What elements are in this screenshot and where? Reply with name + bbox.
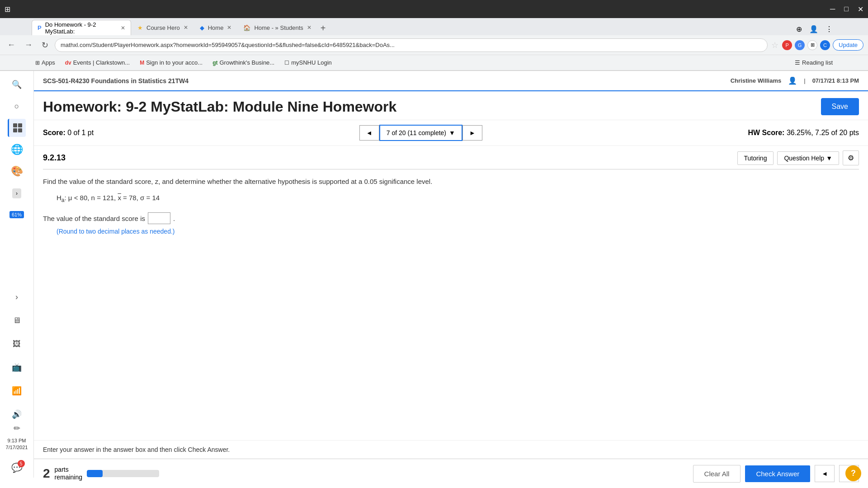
tab-close-1[interactable]: ✕ <box>121 25 125 31</box>
profile-icon[interactable]: 👤 <box>806 23 822 35</box>
hypothesis-text: Ha: μ < 80, n = 121, x = 78, σ = 14 <box>57 194 859 203</box>
reading-list-button[interactable]: ☰ Reading list <box>791 58 836 67</box>
tab-favicon-3: ◆ <box>200 24 204 31</box>
tab-home-students[interactable]: 🏠 Home - » Students ✕ <box>238 20 316 35</box>
settings-icon[interactable]: ⋮ <box>822 23 836 35</box>
help-circle-button[interactable]: ? <box>845 465 861 481</box>
sidebar-search-icon[interactable]: 🔍 <box>8 75 26 94</box>
sidebar-expand-btn[interactable]: › <box>12 188 21 198</box>
tabs-bar: P Do Homework - 9-2 MyStatLab: ✕ ★ Cours… <box>0 18 868 35</box>
reload-button[interactable]: ↻ <box>39 38 51 52</box>
tab-favicon-4: 🏠 <box>243 24 250 31</box>
maximize-button[interactable]: □ <box>844 5 849 14</box>
settings-gear-button[interactable]: ⚙ <box>843 150 859 165</box>
question-selector[interactable]: 7 of 20 (11 complete) ▼ <box>379 125 462 141</box>
svg-rect-1 <box>18 123 22 127</box>
sidebar-wifi-icon[interactable]: 📶 <box>8 382 26 400</box>
bottom-prev-button[interactable]: ◄ <box>815 465 835 482</box>
grammarly-icon[interactable]: G <box>795 40 805 50</box>
tab-home[interactable]: ◆ Home ✕ <box>194 20 237 35</box>
notification-badge[interactable]: 💬 5 <box>11 462 23 473</box>
hw-score-value: 36.25%, 7.25 of 20 pts <box>787 129 859 136</box>
parts-remaining: 2 parts remaining <box>43 466 159 481</box>
extensions-icon[interactable]: ⊕ <box>793 23 806 35</box>
bookmark-mysnhu-icon: ☐ <box>284 60 289 66</box>
tab-course-hero[interactable]: ★ Course Hero ✕ <box>132 20 193 35</box>
sidebar-grid-icon[interactable] <box>8 119 26 137</box>
sidebar-pen-icon[interactable]: ✏ <box>8 419 26 437</box>
back-button[interactable]: ← <box>5 38 18 52</box>
next-question-button[interactable]: ► <box>462 125 482 141</box>
question-help-dropdown-icon: ▼ <box>826 155 832 162</box>
question-number-row: 9.2.13 Tutoring Question Help ▼ ⚙ <box>43 150 859 169</box>
notification-count: 5 <box>18 460 25 467</box>
tab-favicon-2: ★ <box>137 24 143 31</box>
tab-close-4[interactable]: ✕ <box>307 24 311 31</box>
bookmark-growthink-label: Growthink's Busine... <box>219 59 274 66</box>
question-help-label: Question Help <box>784 155 824 162</box>
dropdown-arrow-icon: ▼ <box>449 129 455 136</box>
bookmark-apps-label: Apps <box>42 59 55 66</box>
separator: | <box>804 77 805 84</box>
puzzle-icon[interactable]: ⊞ <box>807 40 817 50</box>
course-header: SCS-501-R4230 Foundations in Statistics … <box>34 71 868 91</box>
parts-label-group: parts remaining <box>55 466 82 481</box>
sidebar-bottom-area: 💬 5 <box>0 462 33 473</box>
sidebar-monitor-icon[interactable]: 🖥 <box>8 311 26 329</box>
round-note: (Round to two decimal places as needed.) <box>57 228 859 235</box>
forward-button[interactable]: → <box>22 38 35 52</box>
sidebar-expand-arrow[interactable]: › <box>8 288 26 306</box>
answer-line: The value of the standard score is . <box>43 212 859 224</box>
bookmark-growthink[interactable]: gt Growthink's Busine... <box>209 58 278 67</box>
tab-close-3[interactable]: ✕ <box>227 24 231 31</box>
sidebar-time-area: ✏ 9:13 PM7/17/2021 <box>0 419 33 450</box>
clear-all-button[interactable]: Clear All <box>693 465 741 483</box>
user-info: Christine Williams 👤 | 07/17/21 8:13 PM <box>731 76 859 85</box>
check-answer-button[interactable]: Check Answer <box>745 465 810 482</box>
sidebar-tv-icon[interactable]: 📺 <box>8 358 26 376</box>
bookmark-star-icon[interactable]: ☆ <box>771 40 778 50</box>
tab-favicon-1: P <box>38 24 42 31</box>
nav-controls: ◄ 7 of 20 (11 complete) ▼ ► <box>359 125 482 141</box>
main-layout: 🔍 ○ 🌐 🎨 › 61% › 🖥 🖼 📺 📶 🔊 ✏ <box>0 71 868 478</box>
chrome-profile-icon[interactable]: C <box>820 40 830 50</box>
bookmark-signin[interactable]: M Sign in to your acco... <box>136 58 206 67</box>
bookmark-mysnhu[interactable]: ☐ mySNHU Login <box>281 58 335 67</box>
update-button[interactable]: Update <box>833 39 863 51</box>
svg-rect-2 <box>13 128 17 132</box>
close-button[interactable]: ✕ <box>858 5 863 14</box>
score-label: Score: <box>43 129 66 136</box>
sidebar-color-icon[interactable]: 🎨 <box>8 162 26 180</box>
svg-rect-0 <box>13 123 17 127</box>
parts-num: 2 <box>43 466 50 481</box>
bookmark-events-label: Events | Clarkstown... <box>73 59 130 66</box>
tab-label-4: Home - » Students <box>254 24 303 31</box>
score-row: Score: 0 of 1 pt ◄ 7 of 20 (11 complete)… <box>34 120 868 146</box>
tutoring-button[interactable]: Tutoring <box>737 151 774 165</box>
address-input[interactable] <box>55 38 768 52</box>
question-text: Find the value of the standard score, z,… <box>43 176 859 187</box>
question-help-button[interactable]: Question Help ▼ <box>777 151 839 165</box>
minimize-button[interactable]: ─ <box>830 5 835 14</box>
sidebar-image-icon[interactable]: 🖼 <box>8 335 26 353</box>
save-button[interactable]: Save <box>821 98 859 115</box>
left-sidebar: 🔍 ○ 🌐 🎨 › 61% › 🖥 🖼 📺 📶 🔊 ✏ <box>0 71 34 478</box>
sidebar-circle-icon[interactable]: ○ <box>8 97 26 115</box>
instruction-bar: Enter your answer in the answer box and … <box>34 440 868 459</box>
pinterest-icon[interactable]: P <box>782 40 792 50</box>
bookmark-events[interactable]: dv Events | Clarkstown... <box>61 58 134 67</box>
user-person-icon: 👤 <box>788 76 797 85</box>
apps-grid-icon: ⊞ <box>35 60 40 66</box>
tab-do-homework[interactable]: P Do Homework - 9-2 MyStatLab: ✕ <box>32 20 131 35</box>
score-right: HW Score: 36.25%, 7.25 of 20 pts <box>748 129 859 137</box>
prev-question-button[interactable]: ◄ <box>359 125 379 141</box>
sidebar-chrome-icon[interactable]: 🌐 <box>8 141 26 159</box>
bookmarks-bar: ⊞ Apps dv Events | Clarkstown... M Sign … <box>0 55 868 70</box>
sidebar-time: 9:13 PM7/17/2021 <box>6 437 28 450</box>
new-tab-button[interactable]: + <box>317 21 330 35</box>
tab-close-2[interactable]: ✕ <box>184 24 188 31</box>
bookmark-apps[interactable]: ⊞ Apps <box>32 58 59 67</box>
windows-icon: ⊞ <box>5 5 10 14</box>
tab-label-2: Course Hero <box>146 24 180 31</box>
answer-input[interactable] <box>148 212 170 224</box>
